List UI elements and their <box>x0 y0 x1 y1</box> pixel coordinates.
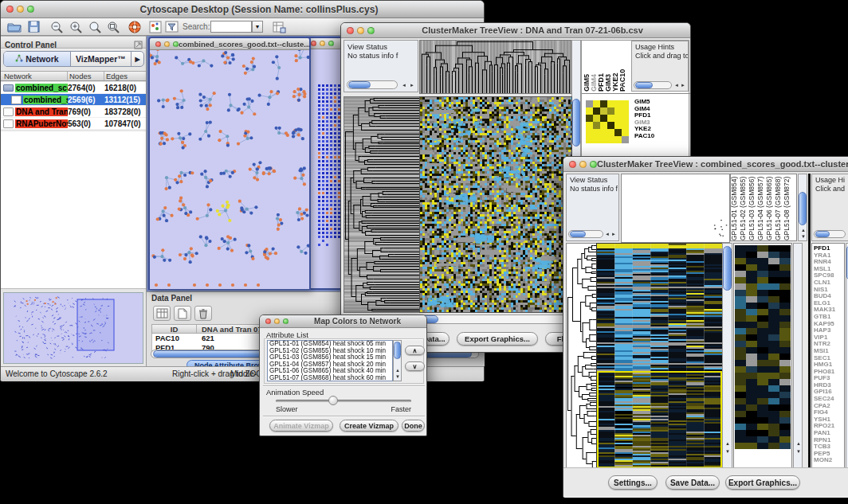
zoom-out-icon[interactable] <box>50 21 64 37</box>
open-file-icon[interactable] <box>7 21 22 36</box>
map-colors-dialog[interactable]: Map Colors to Network Attribute List GPL… <box>259 315 427 436</box>
tv2-column-label[interactable]: GPL51-01 (GSM854) <box>731 174 740 240</box>
tv2-column-label[interactable]: GPL51-02 (GSM855) <box>740 174 748 240</box>
network-view-window[interactable]: combined_scores_good.txt--cluste... <box>148 37 311 290</box>
tab-network[interactable]: Network <box>4 52 71 66</box>
tv2-column-labels[interactable]: GPL51-01 (GSM854)GPL51-02 (GSM855)GPL51-… <box>730 174 797 241</box>
move-up-button[interactable]: ∧ <box>405 346 425 355</box>
speed-slider-thumb[interactable] <box>328 396 338 405</box>
scroll-right-icon[interactable]: ► <box>611 232 616 236</box>
attribute-browser-icon[interactable] <box>273 21 286 37</box>
tv1-usage-hscrollbar[interactable] <box>634 81 672 89</box>
search-input[interactable] <box>210 21 252 33</box>
tv2-vscrollbar[interactable]: ▲ ▼ <box>722 243 732 469</box>
tv1-column-label[interactable]: GIM5 <box>583 41 591 92</box>
tv2-row-label[interactable]: MON2 <box>814 457 844 464</box>
attribute-list-vscrollbar[interactable]: ▲ ▼ <box>393 340 402 381</box>
network-window-titlebar[interactable]: combined_scores_good.txt--cluste... <box>150 38 309 50</box>
zoom-selected-icon[interactable] <box>107 21 120 37</box>
attribute-list-item[interactable]: GPL51-07 (GSM868) heat shock 60 min <box>268 375 392 381</box>
scroll-up-icon[interactable]: ▲ <box>725 441 730 446</box>
create-vizmap-button[interactable]: Create Vizmap <box>340 420 398 432</box>
tv2-column-label[interactable]: GPL51-04 (GSM857) <box>757 174 766 240</box>
tv2-column-label[interactable]: GPL51-03 (GSM856) <box>748 174 757 240</box>
filter-icon[interactable] <box>165 21 179 37</box>
attribute-list[interactable]: GPL51-01 (GSM854) heat shock 05 minGPL51… <box>267 340 393 381</box>
scroll-down-icon[interactable]: ▼ <box>801 234 806 239</box>
tv1-column-label[interactable]: GIM3 <box>605 41 612 92</box>
tv2-collabel-vscrollbar[interactable]: ▲ ▼ <box>798 174 807 241</box>
tv2-detail-heatmap[interactable] <box>735 245 791 449</box>
done-button[interactable]: Done <box>402 420 425 432</box>
scroll-up-icon[interactable]: ▲ <box>796 441 801 446</box>
attribute-list-vscroll-thumb[interactable] <box>394 342 401 359</box>
col-header-edges[interactable]: Edges <box>104 72 146 80</box>
network-overview-panel[interactable] <box>3 292 143 364</box>
tv1-column-label[interactable]: YKE2 <box>612 41 619 92</box>
col-header-network[interactable]: Network <box>1 72 68 80</box>
zoom-fit-icon[interactable] <box>88 21 102 37</box>
tv2-status-hscrollbar[interactable] <box>568 230 603 238</box>
window-controls[interactable] <box>6 6 34 13</box>
save-data-button[interactable]: Save Data... <box>665 475 720 490</box>
tv1-column-label[interactable]: PFD1 <box>598 41 605 92</box>
help-lifering-icon[interactable] <box>128 21 141 37</box>
treeview1-titlebar[interactable]: ClusterMaker TreeView : DNA and Tran 07-… <box>341 23 690 38</box>
tv1-column-dendrogram[interactable] <box>419 40 572 94</box>
tv2-column-dendrogram[interactable] <box>621 174 730 243</box>
tv2-row-labels[interactable]: PFD1YRA1RNR4MSL1SPC98CLN1NIS1BUD4ELG1MAK… <box>811 243 845 469</box>
move-down-button[interactable]: ∨ <box>405 361 425 371</box>
treeview2-controls[interactable] <box>569 161 597 168</box>
treeview2-titlebar[interactable]: ClusterMaker TreeView : combined_scores_… <box>563 157 848 172</box>
search-dropdown-icon[interactable]: ▼ <box>252 21 263 33</box>
tab-vizmapper[interactable]: VizMapper™ <box>71 52 131 66</box>
scroll-down-icon[interactable]: ▼ <box>395 374 400 379</box>
delete-attribute-icon[interactable] <box>194 306 212 321</box>
network-list-row[interactable]: DNA and Tran 07 769(0) 183728(0) <box>1 106 146 118</box>
scroll-left-icon[interactable]: ◄ <box>402 83 406 88</box>
speed-slider-track[interactable] <box>276 400 411 402</box>
scroll-down-icon[interactable]: ▼ <box>796 449 801 454</box>
save-icon[interactable] <box>28 21 40 36</box>
data-col-id[interactable]: ID <box>152 325 197 333</box>
scroll-up-icon[interactable]: ▲ <box>801 228 806 232</box>
treeview2-window[interactable]: ClusterMaker TreeView : combined_scores_… <box>563 156 848 498</box>
window1-controls[interactable] <box>155 41 179 47</box>
tab-overflow-icon[interactable]: ▶ <box>131 52 143 66</box>
attribute-select-icon[interactable] <box>153 306 171 321</box>
tv1-column-label[interactable]: PAC10 <box>619 41 626 92</box>
tv2-column-label[interactable]: GPL51-07 (GSM868) <box>775 174 783 240</box>
tv2-column-label[interactable]: GPL51-06 (GSM865) <box>766 174 775 240</box>
tv1-heatmap[interactable] <box>419 96 572 313</box>
scroll-left-icon[interactable]: ◄ <box>605 232 610 236</box>
dialog-titlebar[interactable]: Map Colors to Network <box>260 315 426 328</box>
new-attribute-icon[interactable] <box>174 306 191 321</box>
network-list-row[interactable]: combined_sco 2569(6) 13112(15) <box>1 94 146 106</box>
network-list-row[interactable]: combined_scores 2764(0) 16218(0) <box>1 82 146 94</box>
network-overview-canvas[interactable] <box>4 293 143 363</box>
window2-controls[interactable] <box>311 41 334 46</box>
network-view-canvas[interactable] <box>150 50 309 289</box>
tv1-vscroll-thumb[interactable] <box>572 99 580 147</box>
animate-vizmap-button[interactable]: Animate Vizmap <box>269 420 333 432</box>
tv2-row-dendrogram[interactable] <box>566 243 597 471</box>
tv1-row-label[interactable]: PAC10 <box>634 133 654 140</box>
main-titlebar[interactable]: Cytoscape Desktop (Session Name: collins… <box>1 1 484 18</box>
network-list-row[interactable]: RNAPuberNov2+ 563(0) 107847(0) <box>1 118 146 130</box>
col-header-nodes[interactable]: Nodes <box>68 72 104 80</box>
tv1-status-hscrollbar[interactable] <box>347 80 398 89</box>
zoom-in-icon[interactable] <box>69 21 83 37</box>
tv2-usage-hscrollbar[interactable] <box>814 230 846 238</box>
export-graphics-button[interactable]: Export Graphics... <box>725 475 800 490</box>
tv1-row-labels[interactable]: GIM5GIM4PFD1GIM3YKE2PAC10 <box>634 99 654 140</box>
tv1-cluster-matrix[interactable] <box>586 100 629 143</box>
scroll-up-icon[interactable]: ▲ <box>395 368 400 373</box>
dialog-controls[interactable] <box>265 318 289 324</box>
tv2-vscroll-thumb[interactable] <box>723 246 732 291</box>
tv2-column-label[interactable]: GPL51-08 (GSM872) <box>783 174 792 240</box>
scroll-right-icon[interactable]: ► <box>681 83 685 88</box>
export-graphics-button[interactable]: Export Graphics... <box>457 332 538 346</box>
treeview1-controls[interactable] <box>347 27 375 34</box>
tv2-detail-vscrollbar[interactable]: ▲ ▼ <box>793 243 803 469</box>
tv2-heatmap[interactable] <box>596 243 723 471</box>
